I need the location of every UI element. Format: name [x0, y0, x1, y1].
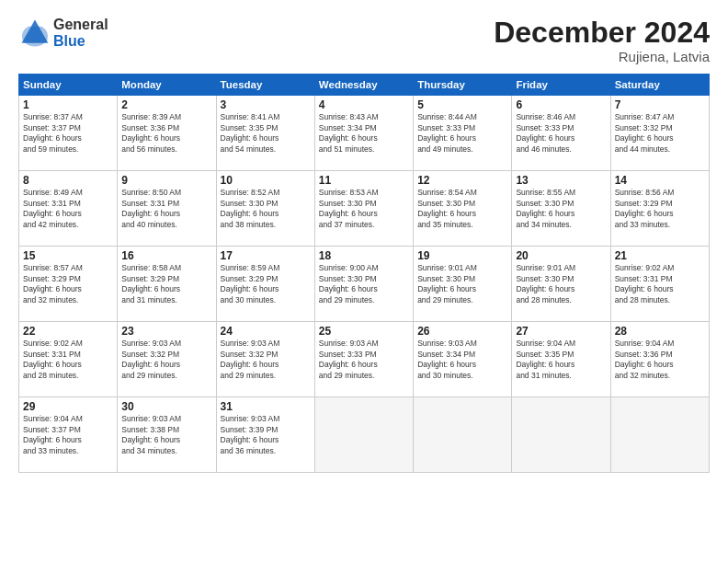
day-number: 22	[23, 325, 113, 338]
day-info: Sunrise: 9:00 AM Sunset: 3:30 PM Dayligh…	[319, 263, 409, 305]
day-number: 29	[23, 400, 113, 413]
calendar-row-2: 8Sunrise: 8:49 AM Sunset: 3:31 PM Daylig…	[19, 171, 710, 247]
day-info: Sunrise: 9:04 AM Sunset: 3:35 PM Dayligh…	[516, 339, 606, 381]
header: General Blue December 2024 Rujiena, Latv…	[18, 17, 710, 64]
calendar-cell: 2Sunrise: 8:39 AM Sunset: 3:36 PM Daylig…	[118, 96, 216, 171]
day-number: 25	[319, 325, 409, 338]
day-number: 4	[319, 98, 409, 111]
header-monday: Monday	[118, 75, 216, 96]
day-info: Sunrise: 9:02 AM Sunset: 3:31 PM Dayligh…	[615, 263, 705, 305]
calendar-cell: 20Sunrise: 9:01 AM Sunset: 3:30 PM Dayli…	[512, 247, 610, 322]
day-info: Sunrise: 9:03 AM Sunset: 3:32 PM Dayligh…	[121, 339, 211, 381]
day-info: Sunrise: 9:01 AM Sunset: 3:30 PM Dayligh…	[516, 263, 606, 305]
day-number: 23	[121, 325, 211, 338]
calendar: Sunday Monday Tuesday Wednesday Thursday…	[18, 74, 710, 473]
day-info: Sunrise: 9:03 AM Sunset: 3:32 PM Dayligh…	[221, 339, 311, 381]
calendar-cell	[610, 397, 709, 473]
logo-general: General	[53, 17, 108, 33]
day-number: 18	[319, 249, 409, 262]
calendar-cell: 3Sunrise: 8:41 AM Sunset: 3:35 PM Daylig…	[216, 96, 314, 171]
header-saturday: Saturday	[610, 75, 709, 96]
day-number: 20	[516, 249, 606, 262]
calendar-cell: 18Sunrise: 9:00 AM Sunset: 3:30 PM Dayli…	[314, 247, 413, 322]
calendar-cell: 30Sunrise: 9:03 AM Sunset: 3:38 PM Dayli…	[118, 397, 216, 473]
day-info: Sunrise: 8:47 AM Sunset: 3:32 PM Dayligh…	[615, 112, 705, 155]
calendar-cell	[314, 397, 413, 473]
day-info: Sunrise: 9:03 AM Sunset: 3:38 PM Dayligh…	[121, 414, 211, 456]
day-number: 11	[319, 174, 409, 187]
day-number: 31	[221, 400, 311, 413]
calendar-cell: 19Sunrise: 9:01 AM Sunset: 3:30 PM Dayli…	[414, 247, 512, 322]
day-info: Sunrise: 9:03 AM Sunset: 3:39 PM Dayligh…	[221, 414, 311, 456]
day-number: 7	[615, 98, 705, 111]
calendar-cell: 5Sunrise: 8:44 AM Sunset: 3:33 PM Daylig…	[414, 96, 512, 171]
calendar-cell: 26Sunrise: 9:03 AM Sunset: 3:34 PM Dayli…	[414, 322, 512, 397]
calendar-cell: 27Sunrise: 9:04 AM Sunset: 3:35 PM Dayli…	[512, 322, 610, 397]
logo-blue: Blue	[53, 33, 108, 50]
calendar-cell: 16Sunrise: 8:58 AM Sunset: 3:29 PM Dayli…	[118, 247, 216, 322]
month-title: December 2024	[494, 17, 710, 49]
day-number: 21	[615, 249, 705, 262]
day-number: 5	[417, 98, 507, 111]
logo-name: General Blue	[53, 17, 108, 49]
day-number: 16	[121, 249, 211, 262]
location: Rujiena, Latvia	[494, 49, 710, 64]
page: General Blue December 2024 Rujiena, Latv…	[0, 0, 728, 563]
day-number: 3	[221, 98, 311, 111]
calendar-cell	[414, 397, 512, 473]
header-sunday: Sunday	[19, 75, 118, 96]
calendar-cell: 17Sunrise: 8:59 AM Sunset: 3:29 PM Dayli…	[216, 247, 314, 322]
day-number: 12	[417, 174, 507, 187]
day-info: Sunrise: 8:39 AM Sunset: 3:36 PM Dayligh…	[121, 112, 211, 155]
day-info: Sunrise: 8:53 AM Sunset: 3:30 PM Dayligh…	[319, 188, 409, 230]
day-number: 8	[23, 174, 113, 187]
calendar-cell: 22Sunrise: 9:02 AM Sunset: 3:31 PM Dayli…	[19, 322, 118, 397]
day-info: Sunrise: 8:56 AM Sunset: 3:29 PM Dayligh…	[615, 188, 705, 230]
calendar-cell: 9Sunrise: 8:50 AM Sunset: 3:31 PM Daylig…	[118, 171, 216, 247]
logo-icon	[18, 17, 51, 50]
calendar-cell: 15Sunrise: 8:57 AM Sunset: 3:29 PM Dayli…	[19, 247, 118, 322]
calendar-cell: 23Sunrise: 9:03 AM Sunset: 3:32 PM Dayli…	[118, 322, 216, 397]
calendar-cell: 10Sunrise: 8:52 AM Sunset: 3:30 PM Dayli…	[216, 171, 314, 247]
calendar-cell: 7Sunrise: 8:47 AM Sunset: 3:32 PM Daylig…	[610, 96, 709, 171]
day-number: 14	[615, 174, 705, 187]
day-number: 19	[417, 249, 507, 262]
day-info: Sunrise: 8:41 AM Sunset: 3:35 PM Dayligh…	[221, 112, 311, 155]
calendar-cell	[512, 397, 610, 473]
day-number: 28	[615, 325, 705, 338]
calendar-cell: 25Sunrise: 9:03 AM Sunset: 3:33 PM Dayli…	[314, 322, 413, 397]
day-info: Sunrise: 9:04 AM Sunset: 3:36 PM Dayligh…	[615, 339, 705, 381]
calendar-cell: 1Sunrise: 8:37 AM Sunset: 3:37 PM Daylig…	[19, 96, 118, 171]
calendar-row-1: 1Sunrise: 8:37 AM Sunset: 3:37 PM Daylig…	[19, 96, 710, 171]
calendar-cell: 24Sunrise: 9:03 AM Sunset: 3:32 PM Dayli…	[216, 322, 314, 397]
calendar-row-3: 15Sunrise: 8:57 AM Sunset: 3:29 PM Dayli…	[19, 247, 710, 322]
day-info: Sunrise: 9:03 AM Sunset: 3:34 PM Dayligh…	[417, 339, 507, 381]
day-number: 1	[23, 98, 113, 111]
header-friday: Friday	[512, 75, 610, 96]
calendar-cell: 6Sunrise: 8:46 AM Sunset: 3:33 PM Daylig…	[512, 96, 610, 171]
day-info: Sunrise: 8:55 AM Sunset: 3:30 PM Dayligh…	[516, 188, 606, 230]
weekday-header-row: Sunday Monday Tuesday Wednesday Thursday…	[19, 75, 710, 96]
calendar-cell: 21Sunrise: 9:02 AM Sunset: 3:31 PM Dayli…	[610, 247, 709, 322]
calendar-cell: 12Sunrise: 8:54 AM Sunset: 3:30 PM Dayli…	[414, 171, 512, 247]
day-info: Sunrise: 8:50 AM Sunset: 3:31 PM Dayligh…	[121, 188, 211, 230]
day-info: Sunrise: 8:37 AM Sunset: 3:37 PM Dayligh…	[23, 112, 113, 155]
day-number: 13	[516, 174, 606, 187]
day-info: Sunrise: 9:01 AM Sunset: 3:30 PM Dayligh…	[417, 263, 507, 305]
calendar-cell: 28Sunrise: 9:04 AM Sunset: 3:36 PM Dayli…	[610, 322, 709, 397]
calendar-cell: 29Sunrise: 9:04 AM Sunset: 3:37 PM Dayli…	[19, 397, 118, 473]
calendar-cell: 14Sunrise: 8:56 AM Sunset: 3:29 PM Dayli…	[610, 171, 709, 247]
day-info: Sunrise: 8:46 AM Sunset: 3:33 PM Dayligh…	[516, 112, 606, 155]
calendar-cell: 13Sunrise: 8:55 AM Sunset: 3:30 PM Dayli…	[512, 171, 610, 247]
day-number: 26	[417, 325, 507, 338]
header-wednesday: Wednesday	[314, 75, 413, 96]
day-number: 2	[121, 98, 211, 111]
day-info: Sunrise: 9:04 AM Sunset: 3:37 PM Dayligh…	[23, 414, 113, 456]
calendar-cell: 8Sunrise: 8:49 AM Sunset: 3:31 PM Daylig…	[19, 171, 118, 247]
day-number: 27	[516, 325, 606, 338]
day-info: Sunrise: 8:43 AM Sunset: 3:34 PM Dayligh…	[319, 112, 409, 155]
day-info: Sunrise: 8:58 AM Sunset: 3:29 PM Dayligh…	[121, 263, 211, 305]
day-number: 15	[23, 249, 113, 262]
header-tuesday: Tuesday	[216, 75, 314, 96]
calendar-row-5: 29Sunrise: 9:04 AM Sunset: 3:37 PM Dayli…	[19, 397, 710, 473]
